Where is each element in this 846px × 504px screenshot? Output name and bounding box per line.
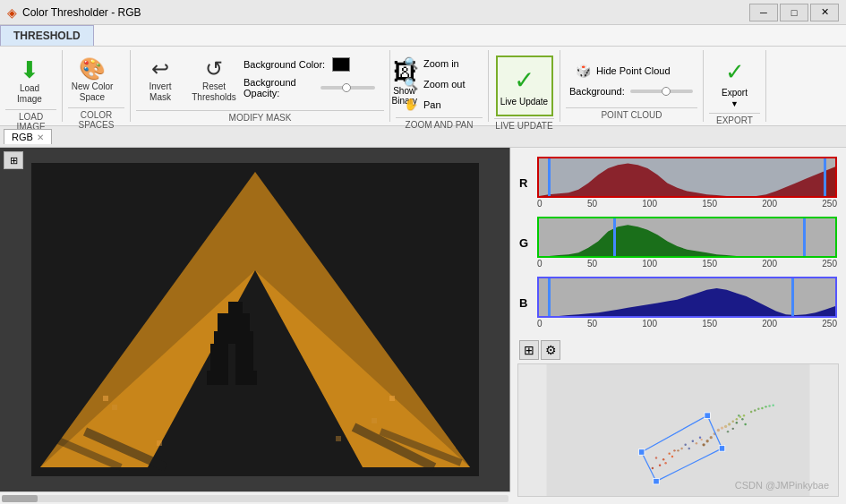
svg-point-66 [680,448,682,449]
title-bar-controls[interactable]: ─ □ ✕ [749,4,839,21]
bg-color-label: Background Color: [244,59,325,70]
reset-thresholds-label: ResetThresholds [192,81,235,103]
svg-point-60 [757,408,759,410]
svg-rect-10 [235,344,253,371]
export-dropdown-icon: ▼ [731,99,739,108]
new-color-space-button[interactable]: 🎨 New Color Space [68,56,116,106]
svg-rect-19 [389,396,395,401]
svg-point-42 [692,440,694,442]
modify-mask-group: ↩ Invert Mask ↺ ResetThresholds Backgrou… [131,50,390,122]
zoom-in-button[interactable]: 🔍 Zoom in [397,54,471,73]
zoom-out-label: Zoom out [423,79,465,90]
svg-point-55 [739,416,741,418]
zoom-out-button[interactable]: 🔍 Zoom out [397,74,471,93]
svg-rect-12 [235,371,257,385]
load-image-label: Load Image [8,83,51,105]
tab-close-button[interactable]: ✕ [37,132,44,142]
svg-rect-21 [157,440,162,446]
g-high-handle[interactable] [803,218,806,256]
export-group: ✓ Export ▼ EXPORT [704,50,766,122]
rgb-tab-label: RGB [12,132,33,142]
pointcloud-canvas: CSDN @JMPinkybae [517,363,839,497]
g-channel-label: G [519,236,532,250]
live-update-button[interactable]: ✓ Live Update [496,56,553,116]
app-title: Color Thresholder - RGB [22,6,141,19]
invert-mask-button[interactable]: ↩ Invert Mask [136,56,184,106]
svg-point-29 [673,449,675,451]
histogram-section: R [510,148,846,337]
invert-mask-label: Invert Mask [139,81,182,103]
close-button[interactable]: ✕ [810,4,839,21]
export-group-label: EXPORT [709,113,760,125]
minimize-button[interactable]: ─ [749,4,778,21]
svg-point-38 [744,423,746,425]
bg-color-row: Background Color: [244,57,375,72]
bg-brightness-slider[interactable] [630,90,693,93]
svg-point-63 [768,405,770,406]
pointcloud-settings-button[interactable]: ⚙ [541,340,560,360]
svg-rect-7 [218,313,250,331]
b-low-handle[interactable] [548,278,551,316]
r-channel-row: R [519,157,837,209]
b-high-handle[interactable] [791,278,794,316]
r-histogram-graph [537,157,837,198]
right-panel: R [510,148,846,504]
live-update-icon: ✓ [514,65,534,95]
r-axis: 0 50 100 150 200 250 [537,198,837,209]
point-cloud-group-label: POINT CLOUD [566,107,697,120]
load-image-button[interactable]: ⬇ Load Image [5,56,54,107]
svg-point-32 [652,467,654,469]
pointcloud-svg [518,364,838,496]
zoom-pan-group: 🔍 Zoom in 🔍 Zoom out ✋ Pan ZOOM AND PAN [390,50,489,122]
hide-point-label: Hide Point Cloud [596,65,671,76]
svg-point-58 [750,411,752,413]
live-update-label: Live Update [500,97,548,107]
export-button[interactable]: ✓ Export ▼ [711,56,759,111]
reset-thresholds-icon: ↺ [205,58,223,80]
bg-opacity-slider[interactable] [320,86,375,90]
pan-label: Pan [423,99,441,110]
svg-rect-22 [336,436,341,441]
scrollbar-thumb[interactable] [2,495,38,502]
svg-rect-72 [719,446,725,452]
bg-label: Background: [569,86,625,97]
load-image-icon: ⬇ [20,58,39,81]
scrollbar-track [2,495,508,502]
svg-point-43 [699,436,701,438]
svg-rect-11 [207,371,228,385]
pan-button[interactable]: ✋ Pan [397,95,471,114]
svg-point-68 [700,439,702,440]
main-content: ⊞ [0,148,846,504]
zoom-out-icon: 🔍 [404,77,418,90]
horizontal-scrollbar[interactable] [0,491,510,504]
svg-rect-9 [210,344,228,371]
title-bar: ◈ Color Thresholder - RGB ─ □ ✕ [0,0,846,25]
triforce-image [31,163,479,476]
export-label: Export [722,88,748,98]
svg-rect-26 [547,364,810,496]
bg-color-swatch[interactable] [332,57,350,72]
b-histogram-graph [537,277,837,318]
app-icon: ◈ [7,5,17,20]
svg-rect-20 [372,418,377,423]
color-space-label: New Color Space [71,81,114,103]
rgb-tab[interactable]: RGB ✕ [4,129,52,144]
svg-rect-73 [654,478,660,484]
threshold-tab[interactable]: THRESHOLD [0,25,94,46]
b-axis: 0 50 100 150 200 250 [537,318,837,329]
pointcloud-expand-button[interactable]: ⊞ [519,340,539,360]
svg-point-37 [732,428,734,430]
svg-rect-8 [214,331,253,344]
hide-point-cloud-button[interactable]: 🎲 Hide Point Cloud [569,61,693,81]
reset-thresholds-button[interactable]: ↺ ResetThresholds [190,56,238,106]
g-low-handle[interactable] [613,218,616,256]
maximize-button[interactable]: □ [780,4,808,21]
svg-point-67 [696,442,697,444]
g-histogram-graph [537,217,837,258]
svg-rect-18 [112,405,117,410]
color-spaces-group-label: COLOR SPACES [68,107,124,130]
color-space-icon: 🎨 [79,58,106,80]
image-expand-button[interactable]: ⊞ [4,151,23,169]
point-cloud-group: 🎲 Hide Point Cloud Background: POINT CLO… [560,50,704,122]
svg-point-31 [664,462,666,464]
